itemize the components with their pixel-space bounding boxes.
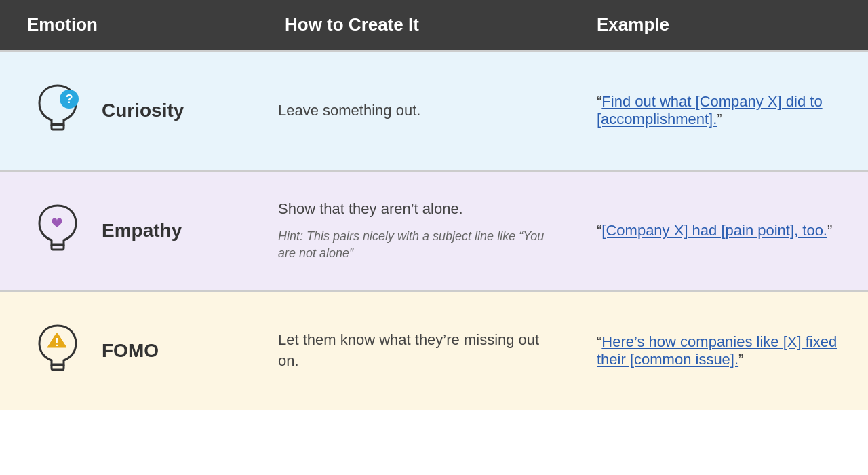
curiosity-icon: ? — [27, 79, 88, 142]
example-cell-fomo: “Here’s how companies like [X] fixed the… — [583, 333, 854, 368]
howto-cell-curiosity: Leave something out. — [271, 100, 583, 121]
svg-rect-3 — [52, 244, 64, 250]
example-link-curiosity[interactable]: Find out what [Company X] did to [accomp… — [597, 93, 823, 128]
emotion-label-fomo: FOMO — [102, 340, 159, 362]
row-curiosity: ? Curiosity Leave something out. “Find o… — [0, 50, 868, 170]
svg-text:?: ? — [66, 92, 73, 106]
emotion-cell-curiosity: ? Curiosity — [14, 79, 271, 142]
rows-container: ? Curiosity Leave something out. “Find o… — [0, 50, 868, 410]
row-fomo: ! FOMO Let them know what they’re missin… — [0, 290, 868, 410]
emotion-cell-fomo: ! FOMO — [14, 319, 271, 383]
empathy-icon — [27, 199, 88, 263]
howto-main-fomo: Let them know what they’re missing out o… — [278, 330, 563, 372]
fomo-icon: ! — [27, 319, 88, 383]
example-cell-empathy: “[Company X] had [pain point], too.” — [583, 222, 854, 240]
emotion-label-curiosity: Curiosity — [102, 100, 184, 121]
howto-cell-empathy: Show that they aren’t alone. Hint: This … — [271, 199, 583, 262]
emotion-label-empathy: Empathy — [102, 220, 182, 242]
svg-rect-0 — [52, 124, 64, 130]
emotion-cell-empathy: Empathy — [14, 199, 271, 263]
example-link-fomo[interactable]: Here’s how companies like [X] fixed thei… — [597, 333, 837, 368]
header-howto: How to Create It — [271, 14, 583, 35]
svg-text:!: ! — [55, 337, 58, 348]
example-link-empathy[interactable]: [Company X] had [pain point], too. — [601, 222, 827, 239]
howto-hint-empathy: Hint: This pairs nicely with a subject l… — [278, 228, 563, 262]
header-emotion: Emotion — [14, 14, 271, 35]
howto-main-empathy: Show that they aren’t alone. — [278, 199, 563, 220]
howto-cell-fomo: Let them know what they’re missing out o… — [271, 330, 583, 372]
header-example: Example — [583, 14, 854, 35]
table-header: Emotion How to Create It Example — [0, 0, 868, 50]
row-empathy: Empathy Show that they aren’t alone. Hin… — [0, 170, 868, 290]
svg-rect-4 — [52, 364, 64, 370]
howto-main-curiosity: Leave something out. — [278, 100, 563, 121]
example-cell-curiosity: “Find out what [Company X] did to [accom… — [583, 93, 854, 128]
